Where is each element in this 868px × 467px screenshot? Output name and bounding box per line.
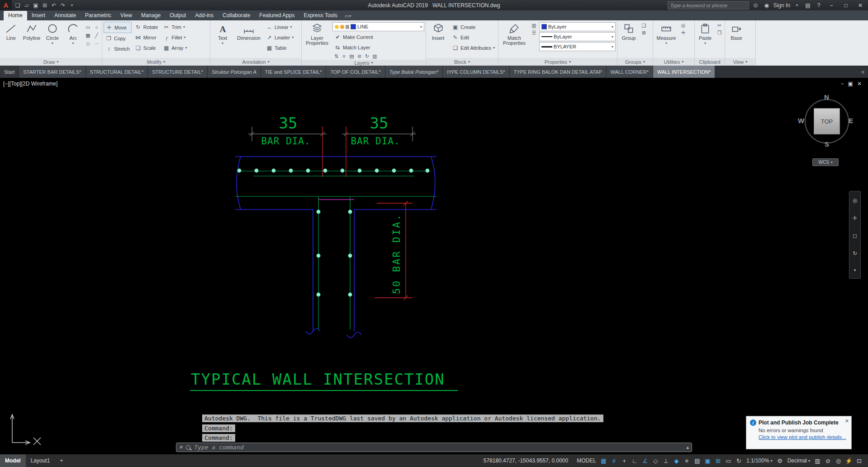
panel-label-block[interactable]: Block▾ (426, 58, 498, 66)
command-search-icon[interactable] (186, 445, 190, 450)
rectangle-icon[interactable]: ▭ (84, 24, 92, 31)
ribbon-display-caret-icon[interactable]: ▾ (349, 14, 351, 18)
new-file-icon[interactable]: ❏ (14, 1, 22, 10)
file-tab[interactable]: STRUCTURE DETAIL* (148, 66, 208, 78)
point-icon[interactable]: ◇ (84, 40, 92, 47)
notification-link[interactable]: Click to view plot and publish details..… (759, 434, 848, 440)
panel-label-draw[interactable]: Draw▾ (0, 58, 102, 66)
object-snap-tracking-icon[interactable]: ⊥ (661, 457, 671, 464)
help-search-input[interactable] (668, 1, 749, 10)
leader-button[interactable]: ↗Leader▾ (264, 32, 295, 43)
rotate-button[interactable]: ↻Rotate (133, 22, 160, 32)
file-tab-start[interactable]: Start (0, 66, 19, 78)
maximize-button[interactable]: □ (840, 2, 852, 9)
table-button[interactable]: ▦Table (264, 43, 295, 53)
ribbon-tab-insert[interactable]: Insert (27, 11, 50, 20)
group-edit-icon[interactable]: ⊞ (640, 29, 648, 36)
undo-icon[interactable]: ↶ (50, 1, 58, 10)
paste-button[interactable]: Paste ▾ (696, 22, 714, 46)
close-button[interactable]: ✕ (854, 2, 866, 9)
ribbon-tab-addins[interactable]: Add-ins (190, 11, 218, 20)
layer-select-dropdown[interactable]: LINE ▾ (332, 22, 424, 31)
properties-list-icon[interactable]: ☰ (530, 29, 538, 36)
hatch-icon[interactable]: ▦ (84, 32, 92, 39)
new-layout-button[interactable]: + (55, 454, 68, 467)
ribbon-tab-home[interactable]: Home (4, 11, 27, 20)
group-button[interactable]: Group (619, 22, 639, 41)
autoscale-icon[interactable]: ↻ (734, 457, 744, 464)
draw-more-icon[interactable]: ⋯ (93, 40, 100, 47)
layer-freeze-tool-icon[interactable]: ▤ (348, 52, 356, 60)
workspace-switching-icon[interactable]: ⚙ (775, 457, 785, 464)
circle-button[interactable]: Circle ▾ (43, 22, 62, 46)
viewcube-west[interactable]: W (798, 117, 804, 124)
polyline-button[interactable]: Polyline (22, 22, 42, 41)
stretch-button[interactable]: ↕Stretch (104, 43, 132, 54)
ribbon-tab-express-tools[interactable]: Express Tools (299, 11, 342, 20)
panel-label-groups[interactable]: Groups▾ (617, 58, 653, 66)
model-space-canvas[interactable]: 35 BAR DIA. 35 BAR DIA. 50 BAR DIA. TYPI… (0, 78, 868, 454)
snap-toggle-icon[interactable]: # (609, 457, 619, 464)
model-space-toggle[interactable]: MODEL (574, 457, 598, 464)
file-tab[interactable]: TYPE RING BALOK DAN DETAIL ATAP (510, 66, 607, 78)
file-tab-menu-icon[interactable]: ≡ (858, 66, 868, 78)
sign-in-button[interactable]: Sign In (773, 2, 790, 9)
annotation-visibility-icon[interactable]: ▭ (723, 457, 734, 464)
linear-dimension-button[interactable]: ↔Linear▾ (264, 22, 295, 32)
ribbon-tab-annotate[interactable]: Annotate (50, 11, 81, 20)
layer-unlock-icon[interactable]: ⊘ (356, 52, 363, 60)
polar-tracking-icon[interactable]: ∠ (640, 457, 650, 464)
base-view-button[interactable]: Base (726, 22, 746, 41)
file-tab[interactable]: Struktur Potongan A (208, 66, 261, 78)
mirror-button[interactable]: ⋈Mirror (133, 32, 160, 43)
object-snap-icon[interactable]: ◆ (671, 457, 682, 464)
help-icon[interactable]: ? (815, 1, 823, 10)
match-properties-button[interactable]: Match Properties (500, 22, 529, 46)
ungroup-icon[interactable]: ❑ (640, 22, 648, 29)
layout1-tab[interactable]: Layout1 (26, 454, 55, 467)
dimension-button[interactable]: Dimension (235, 22, 263, 41)
lineweight-dropdown[interactable]: BYLAYER▾ (539, 42, 616, 51)
user-icon[interactable]: ◉ (763, 1, 771, 10)
viewport-close-icon[interactable]: ✕ (857, 81, 862, 87)
layer-walk-icon[interactable]: ▥ (371, 52, 379, 60)
viewcube-top-face[interactable]: TOP (814, 108, 840, 134)
quick-calc-icon[interactable]: ◎ (679, 22, 687, 29)
arc-button[interactable]: Arc ▾ (63, 22, 83, 46)
save-icon[interactable]: ▣ (32, 1, 40, 10)
clean-screen-icon[interactable]: ⊡ (854, 457, 864, 464)
redo-icon[interactable]: ↷ (59, 1, 67, 10)
measure-button[interactable]: Measure ▾ (655, 22, 678, 46)
construction-line-icon[interactable]: ╱ (93, 32, 100, 39)
navbar-more-icon[interactable]: ▾ (854, 268, 856, 272)
drawing-view[interactable]: 35 BAR DIA. 35 BAR DIA. 50 BAR DIA. TYPI… (0, 78, 868, 454)
dynamic-input-icon[interactable]: ⊞ (713, 457, 723, 464)
search-icon[interactable]: ⊙ (752, 1, 760, 10)
copy-clip-icon[interactable]: ❐ (716, 29, 723, 36)
command-line-window[interactable]: ✕ ▴ (176, 443, 692, 452)
create-block-button[interactable]: ▣Create (450, 22, 497, 32)
object-color-dropdown[interactable]: ByLayer▾ (539, 22, 616, 31)
viewcube[interactable]: N W E S TOP WCS▾ (801, 95, 853, 171)
plot-icon[interactable]: ⊞ (41, 1, 49, 10)
file-tab[interactable]: WALL CORNER* (607, 66, 653, 78)
panel-label-view[interactable]: View▾ (725, 58, 755, 66)
zoom-extents-icon[interactable]: ◻ (853, 233, 857, 239)
selection-cycling-icon[interactable]: ▣ (702, 457, 713, 464)
array-button[interactable]: ▦Array▾ (161, 43, 189, 53)
trim-button[interactable]: ✂Trim▾ (161, 22, 189, 32)
isodraft-icon[interactable]: ◇ (650, 457, 661, 464)
grid-toggle-icon[interactable]: ▦ (598, 457, 609, 464)
viewcube-east[interactable]: E (849, 117, 853, 124)
file-tab[interactable]: tYPE COLUMN DETAILS* (443, 66, 509, 78)
panel-label-modify[interactable]: Modify▾ (102, 58, 210, 66)
linetype-dropdown[interactable]: ByLayer▾ (539, 32, 616, 41)
file-tab-active[interactable]: WALL INTERSECTION* (653, 66, 715, 78)
layer-off-icon[interactable]: ⇅ (332, 52, 340, 60)
copy-button[interactable]: ❐Copy (104, 33, 132, 43)
edit-attributes-button[interactable]: ❏Edit Attributes▾ (450, 43, 497, 53)
match-layer-button[interactable]: ⇆Match Layer (332, 42, 424, 52)
file-tab[interactable]: STRUCTURAL DETAIL* (86, 66, 148, 78)
app-store-icon[interactable]: ▤ (804, 1, 812, 10)
panel-label-annotation[interactable]: Annotation▾ (210, 58, 301, 66)
